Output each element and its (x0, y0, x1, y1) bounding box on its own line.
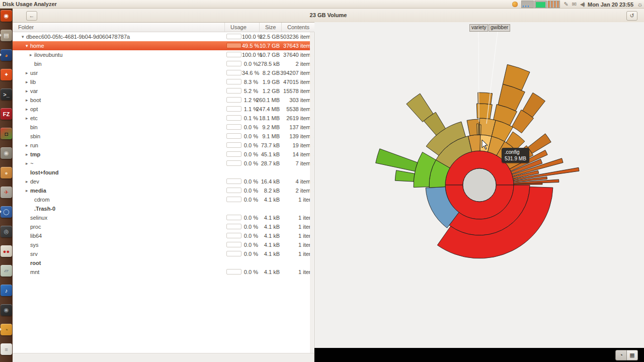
usage-bar (226, 242, 242, 247)
launcher-item-orbit-tool[interactable]: ◎ (1, 226, 12, 237)
expander-closed-icon[interactable]: ▸ (26, 159, 30, 168)
folder-row-sys[interactable]: sys0.0 %4.1 kB1 item (13, 240, 310, 249)
expander-closed-icon[interactable]: ▸ (26, 68, 30, 77)
folder-row-media[interactable]: ▸media0.0 %8.2 kB2 items (13, 186, 310, 195)
rings-chart[interactable] (314, 22, 644, 348)
expander-closed-icon[interactable]: ▸ (26, 105, 30, 114)
launcher-item-blue-app[interactable]: ◯ (1, 206, 12, 218)
folder-row-.Trash-0[interactable]: .Trash-0 (13, 204, 310, 213)
rings-chart-view-button[interactable]: ◔ (615, 350, 627, 360)
expander-open-icon[interactable]: ▾ (26, 41, 30, 50)
expander-closed-icon[interactable]: ▸ (26, 86, 30, 96)
launcher-item-owl[interactable]: ◉ (1, 147, 12, 159)
folder-row-run[interactable]: ▸run0.0 %73.7 kB19 items (13, 141, 310, 150)
monitor-graph-fill (534, 1, 547, 8)
folder-row-tmp[interactable]: ▸tmp0.0 %45.1 kB14 items (13, 150, 310, 159)
column-header-contents[interactable]: Contents (282, 23, 314, 32)
folder-row-root[interactable]: root (13, 258, 310, 267)
folder-row-lost+found[interactable]: lost+found (13, 168, 310, 177)
launcher-item-firefox[interactable]: ◕ (1, 49, 12, 61)
launcher-item-origami[interactable]: ▱ (1, 265, 12, 277)
expander-closed-icon[interactable]: ▸ (26, 114, 30, 123)
weather-indicator-icon[interactable] (512, 2, 518, 7)
launcher-item-toucan[interactable]: ◘ (1, 128, 12, 139)
chart-segment[interactable] (479, 125, 481, 135)
folder-row-cdrom[interactable]: cdrom0.0 %4.1 kB1 item (13, 195, 310, 204)
launcher-item-music-converter[interactable]: ♪ (1, 285, 12, 296)
folder-row-opt[interactable]: ▸opt1.1 %247.4 MB5538 items (13, 105, 310, 114)
expander-closed-icon[interactable]: ▸ (26, 177, 30, 186)
expander-closed-icon[interactable]: ▸ (26, 77, 30, 86)
launcher-item-documents[interactable]: ≡ (1, 343, 12, 355)
top-panel: Disk Usage Analyzer ✎ ✉ ◀) Mon Jan 20 23… (0, 0, 644, 9)
chart-center-root[interactable] (463, 168, 496, 202)
folder-name: iloveubuntu (34, 52, 62, 58)
contents-value: 1 item (274, 213, 313, 222)
back-button[interactable]: ← (26, 11, 37, 21)
expander-open-icon[interactable]: ▾ (22, 32, 26, 41)
column-header-usage[interactable]: Usage (225, 23, 260, 32)
folder-row-lib[interactable]: ▸lib8.3 %1.9 GB47015 items (13, 77, 310, 86)
launcher-item-software-center[interactable]: ✦ (1, 69, 12, 80)
launcher-item-lion[interactable]: ● (1, 167, 12, 178)
contents-value: 7 items (274, 159, 313, 168)
folder-row-bin[interactable]: bin0.0 %278.5 kB2 items (13, 59, 310, 68)
tree-vertical-scrollbar[interactable] (310, 32, 313, 353)
expander-closed-icon[interactable]: ▸ (26, 186, 30, 195)
folder-row-dbeec600-05fc-4681-9b04-9d060478787a[interactable]: ▾dbeec600-05fc-4681-9b04-9d060478787a100… (13, 32, 310, 41)
clock-indicator[interactable]: Mon Jan 20 23:55 (588, 2, 633, 8)
folder-row-proc[interactable]: proc0.0 %4.1 kB1 item (13, 222, 310, 231)
chart-segment[interactable] (395, 170, 415, 182)
launcher-item-ubuntu-dash[interactable]: ◉ (1, 10, 12, 22)
folder-row-bin[interactable]: bin0.0 %9.2 MB137 items (13, 123, 310, 132)
folder-row-usr[interactable]: ▸usr34.6 %8.2 GB394207 items (13, 68, 310, 77)
folder-name: etc (30, 115, 38, 121)
tablet-pen-icon[interactable]: ✎ (564, 0, 568, 9)
launcher-item-speaker-app[interactable]: ◉ (1, 304, 12, 316)
folder-row-selinux[interactable]: selinux0.0 %4.1 kB1 item (13, 213, 310, 222)
folder-row-mnt[interactable]: mnt0.0 %4.1 kB1 item (13, 267, 310, 277)
folder-row-dev[interactable]: ▸dev0.0 %16.4 kB4 items (13, 177, 310, 186)
folder-row-~[interactable]: ▸~0.0 %28.7 kB7 items (13, 159, 310, 168)
usage-bar (226, 43, 242, 48)
session-gear-icon[interactable]: ☼ (637, 0, 643, 9)
folder-row-var[interactable]: ▸var5.2 %1.2 GB15578 items (13, 86, 310, 96)
folder-name: boot (30, 97, 41, 103)
column-header-folder[interactable]: Folder (13, 23, 225, 32)
sound-menu-icon[interactable]: ◀) (580, 0, 584, 9)
usage-bar (226, 151, 242, 157)
launcher-item-filezilla[interactable]: FZ (1, 108, 12, 120)
expander-closed-icon[interactable]: ▸ (26, 96, 30, 105)
launcher-item-files[interactable]: ▤ (1, 30, 12, 41)
expander-closed-icon[interactable]: ▸ (26, 141, 30, 150)
launcher-item-cherries[interactable]: ●● (1, 245, 12, 257)
folder-row-etc[interactable]: ▸etc0.1 %18.1 MB2619 items (13, 114, 310, 123)
folder-row-home[interactable]: ▾home49.5 %10.7 GB37643 items (13, 41, 310, 50)
chart-segment[interactable] (376, 149, 418, 171)
rescan-button[interactable]: ↺ (626, 11, 637, 21)
chart-segment[interactable] (528, 134, 551, 153)
folder-row-srv[interactable]: srv0.0 %4.1 kB1 item (13, 249, 310, 258)
folder-name: lib (30, 79, 36, 85)
chart-segment[interactable] (477, 124, 479, 135)
folder-row-sbin[interactable]: sbin0.0 %9.1 MB139 items (13, 132, 310, 141)
usage-bar (226, 142, 242, 148)
folder-row-boot[interactable]: ▸boot1.2 %260.1 MB303 items (13, 96, 310, 105)
launcher-item-terminal[interactable]: >_ (1, 88, 12, 100)
expander-closed-icon[interactable]: ▸ (26, 150, 30, 159)
folder-row-lib64[interactable]: lib640.0 %4.1 kB1 item (13, 231, 310, 240)
folder-row-iloveubuntu[interactable]: ▸iloveubuntu100.0 %10.7 GB37640 items (13, 50, 310, 59)
treemap-view-button[interactable]: ▦ (627, 350, 638, 360)
folder-name: sbin (30, 133, 40, 139)
column-header-size[interactable]: Size (260, 23, 282, 32)
launcher-item-disk-usage-analyzer[interactable]: ◔ (1, 324, 12, 335)
contents-value: 2619 items (274, 114, 313, 123)
tree-horizontal-scrollbar[interactable] (13, 353, 314, 362)
system-monitor-applet[interactable] (521, 1, 560, 8)
messaging-menu-icon[interactable]: ✉ (572, 0, 577, 9)
tooltip-folder-size: 531.9 MB (505, 155, 526, 162)
folder-name: ~ (30, 160, 33, 166)
folder-name: .Trash-0 (34, 206, 55, 212)
launcher-item-update-manager[interactable]: ✈ (1, 187, 12, 198)
expander-closed-icon[interactable]: ▸ (30, 50, 34, 59)
